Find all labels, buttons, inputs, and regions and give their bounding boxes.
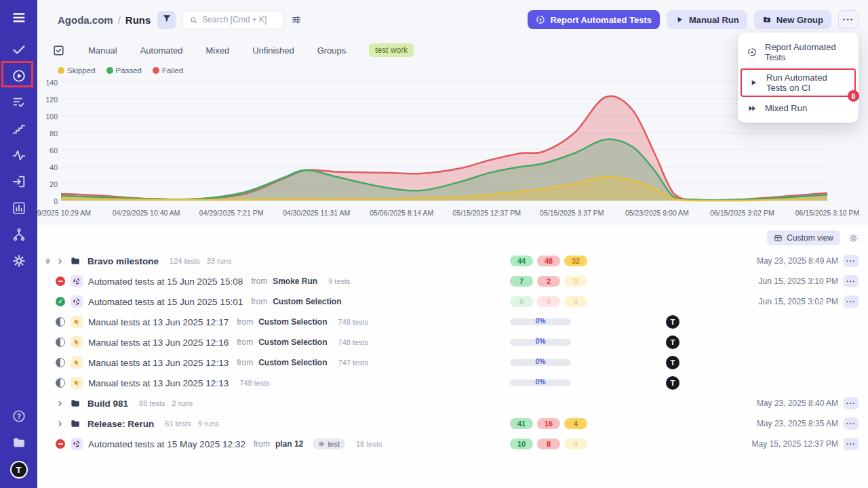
row-menu-button[interactable]: ··· <box>844 418 859 430</box>
run-title[interactable]: Manual tests at 13 Jun 2025 12:17 <box>88 317 229 327</box>
sidebar-import-icon[interactable] <box>11 174 27 190</box>
tune-icon[interactable] <box>291 14 302 25</box>
from-source[interactable]: Custom Selection <box>258 338 327 347</box>
report-automated-tests-button[interactable]: Report Automated Tests <box>528 10 660 29</box>
row-date: May 15, 2025 12:37 PM <box>693 439 838 449</box>
manual-run-icon <box>71 357 83 369</box>
from-source[interactable]: Custom Selection <box>258 317 327 327</box>
breadcrumb-project[interactable]: Agoda.com <box>58 14 113 26</box>
checklist-icon[interactable] <box>52 44 65 57</box>
run-row[interactable]: Automated tests at 15 May 2025 12:32from… <box>37 434 868 454</box>
from-source[interactable]: Custom Selection <box>273 297 341 306</box>
legend-item-skipped[interactable]: Skipped <box>58 66 96 75</box>
tag-test-work[interactable]: test work <box>369 43 414 57</box>
group-row[interactable]: Bravo milestone124 tests33 runs444832May… <box>37 251 868 271</box>
expand-chevron-icon[interactable] <box>56 420 64 428</box>
new-group-button[interactable]: New Group <box>754 10 831 29</box>
run-row[interactable]: Automated tests at 15 Jun 2025 15:08from… <box>37 271 868 291</box>
row-main: Automated tests at 15 May 2025 12:32from… <box>56 438 510 450</box>
progress-bar: 0% <box>510 319 571 325</box>
manual-run-button[interactable]: Manual Run <box>667 10 747 29</box>
group-title[interactable]: Build 981 <box>87 399 128 409</box>
x-tick: 05/23/2025 9:00 AM <box>625 209 689 217</box>
expand-chevron-icon[interactable] <box>56 399 64 408</box>
progress-bar: 0% <box>510 359 571 366</box>
more-actions-button[interactable]: ··· <box>838 10 859 29</box>
run-row[interactable]: Manual tests at 13 Jun 2025 12:16fromCus… <box>37 332 868 352</box>
automated-run-icon <box>71 438 83 450</box>
tab-groups[interactable]: Groups <box>317 45 347 56</box>
sidebar-menu-icon[interactable] <box>11 9 27 26</box>
legend-item-failed[interactable]: Failed <box>153 66 183 75</box>
row-results: 0% <box>510 359 666 366</box>
run-title[interactable]: Manual tests at 13 Jun 2025 12:16 <box>88 338 229 348</box>
custom-view-button[interactable]: Custom view <box>767 230 840 245</box>
row-menu-button[interactable]: ··· <box>844 255 859 267</box>
sidebar-bar-chart-icon[interactable] <box>11 200 27 216</box>
x-tick: 05/15/2025 3:37 PM <box>540 209 604 217</box>
tab-manual[interactable]: Manual <box>88 45 117 56</box>
from-label: from <box>237 317 253 327</box>
search-input[interactable] <box>202 15 277 24</box>
group-title[interactable]: Release: Rerun <box>87 419 154 429</box>
dropdown-item-0[interactable]: Report Automated Tests <box>738 37 859 67</box>
group-tests-count: 124 tests <box>170 257 200 265</box>
legend-item-passed[interactable]: Passed <box>106 66 142 75</box>
run-title[interactable]: Automated tests at 15 May 2025 12:32 <box>88 439 245 449</box>
dropdown-item-1[interactable]: Run Automated Tests on CI8 <box>741 68 856 97</box>
run-title[interactable]: Automated tests at 15 Jun 2025 15:08 <box>88 277 243 287</box>
group-row[interactable]: Release: Rerun61 tests9 runs41164May 23,… <box>37 413 868 434</box>
from-label: from <box>251 277 267 286</box>
search-box[interactable] <box>182 11 284 29</box>
expand-chevron-icon[interactable] <box>56 257 64 266</box>
x-tick: 06/15/2025 3:02 PM <box>710 209 774 217</box>
tag-test[interactable]: test <box>313 439 345 449</box>
view-settings-gear-icon[interactable] <box>848 233 859 243</box>
run-title[interactable]: Automated tests at 15 Jun 2025 15:01 <box>88 297 243 307</box>
tab-mixed[interactable]: Mixed <box>206 45 230 56</box>
tab-unfinished[interactable]: Unfinished <box>252 45 294 56</box>
sidebar-play-circle-icon[interactable] <box>11 68 27 84</box>
row-menu-button[interactable]: ··· <box>844 438 859 450</box>
run-row[interactable]: Manual tests at 13 Jun 2025 12:13fromCus… <box>37 352 868 373</box>
run-title[interactable]: Manual tests at 13 Jun 2025 12:13 <box>88 378 229 388</box>
progress-bar: 0% <box>510 339 571 346</box>
row-menu-button[interactable]: ··· <box>844 275 859 287</box>
sidebar-folder-icon[interactable] <box>11 434 27 451</box>
from-label: from <box>251 297 267 306</box>
run-row[interactable]: ✓Automated tests at 15 Jun 2025 15:01fro… <box>37 291 868 312</box>
filter-button[interactable] <box>157 11 176 29</box>
from-source[interactable]: Smoke Run <box>273 277 317 286</box>
run-row[interactable]: Manual tests at 13 Jun 2025 12:17fromCus… <box>37 312 868 332</box>
badge-green: 7 <box>510 276 533 287</box>
sidebar-check-icon[interactable] <box>11 41 27 58</box>
from-source[interactable]: Custom Selection <box>258 358 327 367</box>
sidebar-branch-icon[interactable] <box>11 226 27 243</box>
row-menu-button[interactable]: ··· <box>844 296 859 308</box>
legend-dot <box>106 67 113 74</box>
row-main: Manual tests at 13 Jun 2025 12:17fromCus… <box>56 316 510 328</box>
group-title[interactable]: Bravo milestone <box>87 256 159 266</box>
y-tick: 20 <box>50 180 58 188</box>
chart-plot <box>61 80 827 206</box>
run-row[interactable]: Manual tests at 13 Jun 2025 12:13748 tes… <box>37 373 868 393</box>
row-menu-button[interactable]: ··· <box>844 397 859 409</box>
run-tests-count: 748 tests <box>338 318 369 326</box>
run-tests-count: 748 tests <box>239 379 270 387</box>
tab-automated[interactable]: Automated <box>140 45 183 56</box>
app-logo[interactable]: T <box>10 461 28 479</box>
dropdown-item-2[interactable]: Mixed Run <box>738 98 859 118</box>
sidebar-stairs-icon[interactable] <box>11 121 27 137</box>
sidebar-list-check-icon[interactable] <box>11 94 27 110</box>
run-tests-count: 18 tests <box>356 440 382 448</box>
run-title[interactable]: Manual tests at 13 Jun 2025 12:13 <box>88 358 229 368</box>
sidebar-pulse-icon[interactable] <box>11 147 27 163</box>
group-runs-count: 2 runs <box>172 399 193 407</box>
x-tick: 05/15/2025 12:37 PM <box>453 209 521 217</box>
badge-yellow: 4 <box>564 418 587 429</box>
sidebar-help-icon[interactable]: ? <box>11 408 27 424</box>
sidebar-gear-icon[interactable] <box>11 253 27 269</box>
manual-run-icon <box>71 316 83 328</box>
group-row[interactable]: Build 98188 tests2 runsMay 23, 2025 8:40… <box>37 393 868 413</box>
from-source[interactable]: plan 12 <box>275 439 303 449</box>
